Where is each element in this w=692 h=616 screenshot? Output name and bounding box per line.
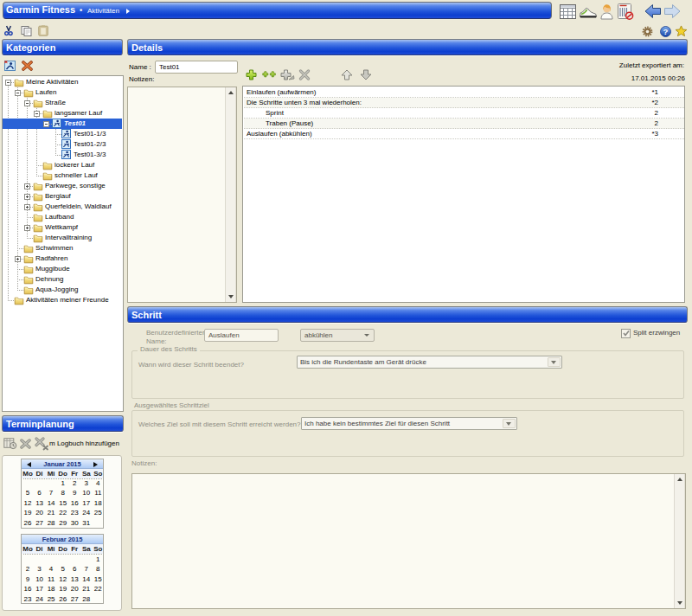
- svg-text:?: ?: [663, 27, 669, 36]
